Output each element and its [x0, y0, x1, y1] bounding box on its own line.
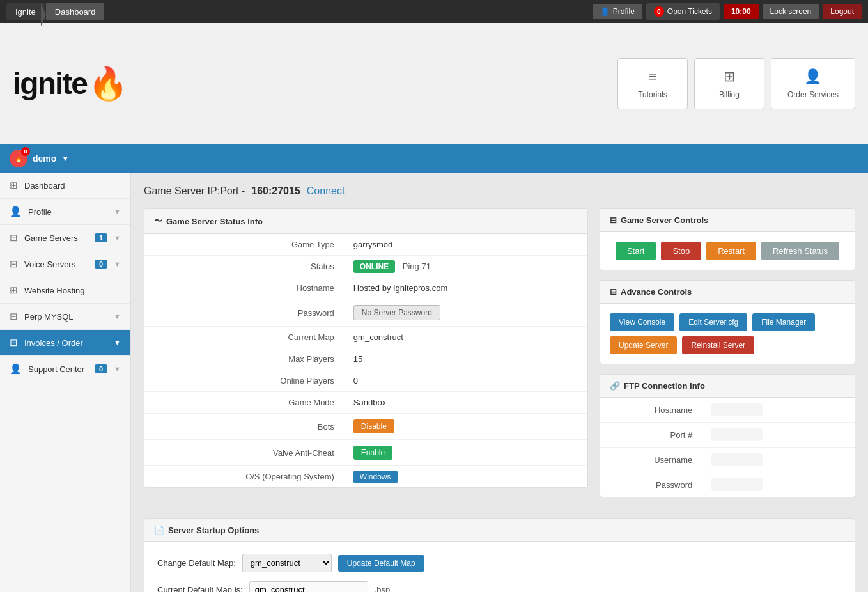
table-row: Online Players 0	[144, 370, 587, 392]
game-servers-badge: 1	[95, 233, 107, 242]
userbar-left[interactable]: 🔥 0 demo ▼	[10, 150, 69, 167]
advance-icon: ⊟	[610, 287, 617, 297]
sidebar-item-label: Perp MYSQL	[24, 312, 107, 322]
open-tickets-button[interactable]: 0 Open Tickets	[646, 3, 720, 20]
controls-card: ⊟ Game Server Controls Start Stop Restar…	[600, 208, 855, 270]
windows-badge: Windows	[353, 471, 398, 483]
table-row: Username	[600, 448, 855, 472]
view-console-button[interactable]: View Console	[610, 313, 674, 331]
left-column: 〜 Game Server Status Info Game Type garr…	[144, 208, 588, 507]
sidebar-item-label: Voice Servers	[24, 260, 88, 269]
edit-servercfg-button[interactable]: Edit Server.cfg	[679, 313, 747, 331]
mysql-arrow-icon: ▼	[114, 313, 121, 320]
current-map-label: Current Default Map is:	[157, 585, 243, 592]
sidebar-item-support[interactable]: 👤 Support Center 0 ▼	[0, 356, 130, 382]
table-row: Status ONLINE Ping 71	[144, 256, 587, 277]
brand-dashboard[interactable]: Dashboard	[46, 3, 105, 20]
controls-icon: ⊟	[610, 215, 617, 225]
chart-icon: 〜	[154, 215, 162, 227]
update-default-map-button[interactable]: Update Default Map	[338, 555, 424, 572]
max-players-value: 15	[344, 348, 587, 370]
billing-button[interactable]: ⊞ Billing	[694, 58, 764, 109]
sidebar-item-voice-servers[interactable]: ⊟ Voice Servers 0 ▼	[0, 251, 130, 277]
lockscreen-button[interactable]: Lock screen	[763, 4, 819, 19]
online-players-value: 0	[344, 370, 587, 392]
sidebar-item-website-hosting[interactable]: ⊞ Website Hosting	[0, 277, 130, 304]
sidebar-item-perp-mysql[interactable]: ⊟ Perp MYSQL ▼	[0, 304, 130, 330]
table-row: Password	[600, 472, 855, 497]
table-row: Max Players 15	[144, 348, 587, 370]
startup-icon: 📄	[154, 526, 164, 535]
sidebar-item-profile[interactable]: 👤 Profile ▼	[0, 199, 130, 225]
startup-card-body: Change Default Map: gm_construct gm_flat…	[144, 542, 855, 592]
logout-button[interactable]: Logout	[823, 4, 862, 19]
table-row: O/S (Operating System) Windows	[144, 466, 587, 488]
no-password-button[interactable]: No Server Password	[353, 305, 440, 320]
tutorials-button[interactable]: ≡ Tutorials	[617, 58, 688, 109]
restart-button[interactable]: Restart	[706, 242, 756, 260]
ftp-username-field	[711, 453, 763, 466]
mysql-icon: ⊟	[10, 311, 18, 322]
reinstall-server-button[interactable]: Reinstall Server	[682, 336, 754, 354]
brand-area: Ignite Dashboard	[6, 3, 104, 20]
advance-card: ⊟ Advance Controls View Console Edit Ser…	[600, 280, 855, 364]
change-map-label: Change Default Map:	[157, 558, 236, 568]
logo-flame: 🔥	[88, 65, 128, 102]
sidebar-item-label: Dashboard	[24, 181, 121, 191]
sidebar-item-invoices[interactable]: ⊟ Invoices / Order ▼	[0, 330, 130, 356]
two-column-layout: 〜 Game Server Status Info Game Type garr…	[144, 208, 855, 507]
hostname-label: Hostname	[144, 277, 344, 299]
sidebar-item-game-servers[interactable]: ⊟ Game Servers 1 ▼	[0, 225, 130, 251]
table-row: Hostname	[600, 398, 855, 423]
voice-servers-icon: ⊟	[10, 258, 18, 270]
password-value: No Server Password	[344, 299, 587, 327]
logout-label: Logout	[830, 7, 854, 16]
user-notification-badge: 0	[21, 147, 30, 156]
ftp-port-field	[711, 428, 763, 441]
ftp-hostname-value	[702, 398, 855, 423]
table-row: Game Mode Sandbox	[144, 392, 587, 414]
timer-button[interactable]: 10:00	[724, 4, 759, 19]
game-servers-arrow-icon: ▼	[114, 234, 121, 242]
status-card-header: 〜 Game Server Status Info	[144, 209, 587, 234]
connect-link[interactable]: Connect	[307, 185, 345, 197]
table-row: Password No Server Password	[144, 299, 587, 327]
stop-button[interactable]: Stop	[661, 242, 701, 260]
password-label: Password	[144, 299, 344, 327]
profile-button[interactable]: 👤 Profile	[593, 4, 642, 19]
sidebar-item-dashboard[interactable]: ⊞ Dashboard	[0, 173, 130, 199]
table-row: Current Map gm_construct	[144, 327, 587, 348]
change-map-select[interactable]: gm_construct gm_flatgrass gm_bigcity	[242, 554, 332, 572]
table-row: Game Type garrysmod	[144, 234, 587, 256]
ftp-card: 🔗 FTP Connection Info Hostname Port #	[600, 374, 855, 497]
support-icon: 👤	[10, 363, 22, 375]
dashboard-icon: ⊞	[10, 180, 18, 191]
vac-value: Enable	[344, 440, 587, 466]
avatar: 🔥 0	[10, 150, 27, 167]
lockscreen-label: Lock screen	[770, 7, 812, 16]
sidebar-item-label: Invoices / Order	[24, 338, 107, 348]
ftp-username-label: Username	[600, 448, 702, 472]
order-services-button[interactable]: 👤 Order Services	[771, 58, 855, 109]
current-map-input[interactable]	[249, 581, 368, 592]
update-server-button[interactable]: Update Server	[610, 336, 677, 354]
startup-card-header: 📄 Server Startup Options	[144, 519, 855, 542]
order-label: Order Services	[787, 90, 839, 99]
file-manager-button[interactable]: File Manager	[752, 313, 815, 331]
table-row: Port #	[600, 423, 855, 448]
refresh-status-button[interactable]: Refresh Status	[761, 242, 839, 260]
advance-card-title: Advance Controls	[621, 287, 692, 297]
online-players-label: Online Players	[144, 370, 344, 392]
sidebar-item-label: Support Center	[28, 364, 88, 374]
brand-ignite[interactable]: Ignite	[6, 3, 45, 20]
enable-vac-button[interactable]: Enable	[353, 446, 392, 460]
topbar: Ignite Dashboard 👤 Profile 0 Open Ticket…	[0, 0, 868, 23]
ftp-password-field	[711, 478, 763, 491]
userbar-dropdown-arrow[interactable]: ▼	[61, 154, 69, 163]
start-button[interactable]: Start	[616, 242, 656, 260]
ftp-port-value	[702, 423, 855, 448]
disable-bots-button[interactable]: Disable	[353, 419, 394, 433]
server-ip-label: Game Server IP:Port -	[144, 185, 245, 197]
ftp-password-label: Password	[600, 472, 702, 497]
table-row: Hostname Hosted by Ignitepros.com	[144, 277, 587, 299]
